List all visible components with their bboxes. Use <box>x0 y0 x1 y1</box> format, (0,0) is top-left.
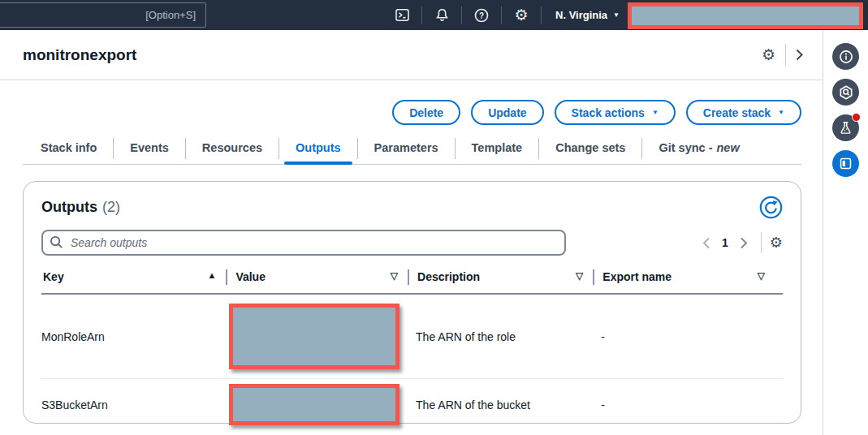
cloudshell-terminal-icon[interactable] <box>388 0 416 30</box>
tab-outputs[interactable]: Outputs <box>279 138 357 164</box>
redacted-output-value <box>229 384 399 425</box>
caret-down-icon: ▼ <box>652 110 659 116</box>
page-number[interactable]: 1 <box>717 236 733 249</box>
sort-icon[interactable]: ▽ <box>391 270 398 282</box>
column-header-export-name[interactable]: Export name ▽ <box>601 267 783 294</box>
sort-icon[interactable]: ▽ <box>576 270 583 282</box>
notifications-bell-icon[interactable] <box>428 0 456 30</box>
next-page-icon[interactable] <box>733 232 754 253</box>
refresh-icon[interactable] <box>758 195 783 219</box>
region-selector[interactable]: N. Virginia ▼ <box>555 9 620 21</box>
divider <box>761 232 762 253</box>
nav-search-input[interactable]: [Option+S] <box>0 2 206 28</box>
tab-template[interactable]: Template <box>456 138 539 164</box>
previous-page-icon[interactable] <box>696 232 717 253</box>
outputs-table: Key ▲ Value ▽ Description ▽ Export nam <box>41 267 783 430</box>
output-description: The ARN of the bucket <box>416 379 601 431</box>
nav-divider <box>501 6 502 24</box>
table-preferences-gear-icon[interactable]: ⚙ <box>770 235 783 250</box>
outputs-count: (2) <box>102 199 120 215</box>
outputs-toolbar: 1 ⚙ <box>41 230 783 256</box>
page-settings-gear-icon[interactable]: ⚙ <box>762 47 775 62</box>
page-header-tools: ⚙ <box>762 45 803 66</box>
sort-icon[interactable]: ▽ <box>758 270 765 282</box>
outputs-panel: Outputs(2) <box>23 181 801 424</box>
right-side-rail <box>823 30 868 435</box>
search-shortcut-hint: [Option+S] <box>145 9 196 21</box>
stack-tabs: Stack info Events Resources Outputs Para… <box>23 138 801 165</box>
caret-down-icon: ▼ <box>778 110 784 116</box>
tab-git-sync[interactable]: Git sync - new <box>642 138 755 164</box>
redacted-account-menu[interactable] <box>628 2 863 29</box>
notification-dot <box>852 113 861 122</box>
pagination-controls: 1 ⚙ <box>696 232 783 253</box>
column-header-description[interactable]: Description ▽ <box>416 267 601 294</box>
output-key: S3BucketArn <box>41 379 234 431</box>
outputs-panel-header: Outputs(2) <box>41 195 783 219</box>
region-label: N. Virginia <box>555 9 607 21</box>
help-icon[interactable]: ? <box>468 0 495 30</box>
nav-icon-group: ? ⚙ N. Virginia ▼ <box>388 0 620 30</box>
caret-down-icon: ▼ <box>613 12 620 19</box>
output-description: The ARN of the role <box>416 294 601 379</box>
top-navigation-bar: [Option+S] ? <box>0 0 868 30</box>
search-outputs-box <box>41 230 566 256</box>
stack-actions-toolbar: Delete Update Stack actions ▼ Create sta… <box>0 80 823 125</box>
column-header-value[interactable]: Value ▽ <box>234 267 416 294</box>
nav-divider <box>541 6 542 24</box>
nav-divider <box>461 6 462 24</box>
output-key: MonRoleArn <box>41 294 234 379</box>
outputs-panel-title: Outputs(2) <box>41 199 120 216</box>
output-export-name: - <box>601 379 783 431</box>
table-header-row: Key ▲ Value ▽ Description ▽ Export nam <box>41 267 783 294</box>
output-export-name: - <box>601 294 783 379</box>
stack-actions-dropdown-button[interactable]: Stack actions ▼ <box>555 100 676 125</box>
split-panel-icon[interactable] <box>832 150 859 177</box>
page-title: monitronexport <box>23 46 136 64</box>
tab-events[interactable]: Events <box>114 138 185 164</box>
tab-parameters[interactable]: Parameters <box>358 138 455 164</box>
divider <box>785 45 786 66</box>
search-icon <box>50 235 63 252</box>
redacted-output-value <box>229 304 399 369</box>
table-row: MonRoleArn The ARN of the role - <box>41 294 783 379</box>
tab-change-sets[interactable]: Change sets <box>539 138 641 164</box>
settings-gear-icon[interactable]: ⚙ <box>507 0 535 30</box>
delete-button[interactable]: Delete <box>392 100 460 125</box>
amazon-q-hexagon-icon[interactable] <box>832 79 859 106</box>
tab-stack-info[interactable]: Stack info <box>23 138 113 164</box>
page-header: monitronexport ⚙ <box>0 30 823 80</box>
table-row: S3BucketArn The ARN of the bucket - <box>41 379 783 431</box>
chevron-right-icon[interactable] <box>796 49 803 61</box>
tab-resources[interactable]: Resources <box>186 138 279 164</box>
update-button[interactable]: Update <box>471 100 543 125</box>
beta-flask-icon[interactable] <box>832 114 859 141</box>
info-panel-icon[interactable] <box>832 43 859 70</box>
cloudformation-stack-page: [Option+S] ? <box>0 0 868 435</box>
main-content: monitronexport ⚙ Delete Update Stack act… <box>0 30 823 435</box>
search-outputs-input[interactable] <box>41 230 566 256</box>
nav-divider <box>421 6 422 24</box>
svg-text:?: ? <box>479 11 484 19</box>
new-badge: new <box>717 141 740 154</box>
sort-ascending-icon[interactable]: ▲ <box>207 270 216 280</box>
column-header-key[interactable]: Key ▲ <box>41 267 234 294</box>
create-stack-dropdown-button[interactable]: Create stack ▼ <box>686 100 801 125</box>
